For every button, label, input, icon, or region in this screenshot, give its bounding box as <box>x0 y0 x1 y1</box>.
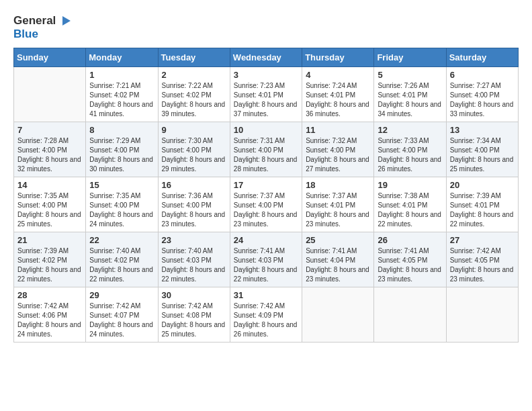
day-cell: 25Sunrise: 7:41 AMSunset: 4:04 PMDayligh… <box>302 232 374 287</box>
day-info: Sunrise: 7:42 AMSunset: 4:09 PMDaylight:… <box>234 302 298 339</box>
day-cell: 11Sunrise: 7:32 AMSunset: 4:00 PMDayligh… <box>302 122 374 177</box>
day-cell: 5Sunrise: 7:26 AMSunset: 4:01 PMDaylight… <box>374 66 446 122</box>
day-cell: 23Sunrise: 7:40 AMSunset: 4:03 PMDayligh… <box>158 232 230 287</box>
day-cell <box>14 66 86 122</box>
day-info: Sunrise: 7:37 AMSunset: 4:01 PMDaylight:… <box>306 191 370 229</box>
day-cell: 6Sunrise: 7:27 AMSunset: 4:00 PMDaylight… <box>446 66 518 122</box>
day-cell: 22Sunrise: 7:40 AMSunset: 4:02 PMDayligh… <box>86 232 158 287</box>
day-number: 22 <box>89 235 154 245</box>
day-info: Sunrise: 7:37 AMSunset: 4:00 PMDaylight:… <box>234 191 298 229</box>
day-cell: 8Sunrise: 7:29 AMSunset: 4:00 PMDaylight… <box>86 122 158 177</box>
day-info: Sunrise: 7:42 AMSunset: 4:05 PMDaylight:… <box>450 246 515 284</box>
day-cell: 10Sunrise: 7:31 AMSunset: 4:00 PMDayligh… <box>230 122 302 177</box>
day-number: 1 <box>89 70 154 80</box>
day-cell: 17Sunrise: 7:37 AMSunset: 4:00 PMDayligh… <box>230 177 302 232</box>
day-info: Sunrise: 7:24 AMSunset: 4:01 PMDaylight:… <box>306 81 370 119</box>
day-number: 31 <box>234 290 298 300</box>
day-number: 13 <box>450 125 515 135</box>
header-sunday: Sunday <box>14 48 86 66</box>
day-info: Sunrise: 7:23 AMSunset: 4:01 PMDaylight:… <box>234 81 298 119</box>
day-number: 30 <box>162 290 226 300</box>
week-row-5: 28Sunrise: 7:42 AMSunset: 4:06 PMDayligh… <box>14 287 519 342</box>
day-cell: 18Sunrise: 7:37 AMSunset: 4:01 PMDayligh… <box>302 177 374 232</box>
day-cell: 24Sunrise: 7:41 AMSunset: 4:03 PMDayligh… <box>230 232 302 287</box>
week-row-2: 7Sunrise: 7:28 AMSunset: 4:00 PMDaylight… <box>14 122 519 177</box>
day-info: Sunrise: 7:42 AMSunset: 4:08 PMDaylight:… <box>162 302 226 339</box>
day-number: 9 <box>162 125 226 135</box>
day-number: 23 <box>162 235 226 245</box>
day-cell: 9Sunrise: 7:30 AMSunset: 4:00 PMDaylight… <box>158 122 230 177</box>
day-info: Sunrise: 7:38 AMSunset: 4:01 PMDaylight:… <box>378 191 442 229</box>
logo: General Blue <box>13 13 72 41</box>
day-info: Sunrise: 7:39 AMSunset: 4:01 PMDaylight:… <box>450 191 515 229</box>
day-cell: 14Sunrise: 7:35 AMSunset: 4:00 PMDayligh… <box>14 177 86 232</box>
day-info: Sunrise: 7:41 AMSunset: 4:05 PMDaylight:… <box>378 246 442 284</box>
day-cell: 31Sunrise: 7:42 AMSunset: 4:09 PMDayligh… <box>230 287 302 342</box>
day-cell: 3Sunrise: 7:23 AMSunset: 4:01 PMDaylight… <box>230 66 302 122</box>
svg-marker-0 <box>62 16 71 26</box>
day-info: Sunrise: 7:41 AMSunset: 4:03 PMDaylight:… <box>234 246 298 284</box>
day-info: Sunrise: 7:35 AMSunset: 4:00 PMDaylight:… <box>89 191 154 229</box>
day-info: Sunrise: 7:42 AMSunset: 4:07 PMDaylight:… <box>89 302 154 339</box>
day-info: Sunrise: 7:27 AMSunset: 4:00 PMDaylight:… <box>450 81 515 119</box>
day-number: 15 <box>89 180 154 190</box>
day-info: Sunrise: 7:41 AMSunset: 4:04 PMDaylight:… <box>306 246 370 284</box>
day-number: 17 <box>234 180 298 190</box>
day-number: 6 <box>450 70 515 80</box>
day-cell: 27Sunrise: 7:42 AMSunset: 4:05 PMDayligh… <box>446 232 518 287</box>
day-number: 12 <box>378 125 442 135</box>
day-cell: 12Sunrise: 7:33 AMSunset: 4:00 PMDayligh… <box>374 122 446 177</box>
day-cell: 20Sunrise: 7:39 AMSunset: 4:01 PMDayligh… <box>446 177 518 232</box>
day-info: Sunrise: 7:21 AMSunset: 4:02 PMDaylight:… <box>89 81 154 119</box>
week-row-4: 21Sunrise: 7:39 AMSunset: 4:02 PMDayligh… <box>14 232 519 287</box>
day-info: Sunrise: 7:31 AMSunset: 4:00 PMDaylight:… <box>234 136 298 174</box>
page-header: General Blue <box>13 13 519 41</box>
day-info: Sunrise: 7:22 AMSunset: 4:02 PMDaylight:… <box>162 81 226 119</box>
day-cell: 30Sunrise: 7:42 AMSunset: 4:08 PMDayligh… <box>158 287 230 342</box>
day-cell <box>374 287 446 342</box>
day-info: Sunrise: 7:29 AMSunset: 4:00 PMDaylight:… <box>89 136 154 174</box>
day-info: Sunrise: 7:40 AMSunset: 4:02 PMDaylight:… <box>89 246 154 284</box>
day-cell: 15Sunrise: 7:35 AMSunset: 4:00 PMDayligh… <box>86 177 158 232</box>
day-cell: 21Sunrise: 7:39 AMSunset: 4:02 PMDayligh… <box>14 232 86 287</box>
day-info: Sunrise: 7:42 AMSunset: 4:06 PMDaylight:… <box>17 302 82 339</box>
day-info: Sunrise: 7:36 AMSunset: 4:00 PMDaylight:… <box>162 191 226 229</box>
day-number: 10 <box>234 125 298 135</box>
day-number: 18 <box>306 180 370 190</box>
day-number: 4 <box>306 70 370 80</box>
calendar-table: SundayMondayTuesdayWednesdayThursdayFrid… <box>13 48 519 342</box>
day-cell: 29Sunrise: 7:42 AMSunset: 4:07 PMDayligh… <box>86 287 158 342</box>
header-saturday: Saturday <box>446 48 518 66</box>
week-row-1: 1Sunrise: 7:21 AMSunset: 4:02 PMDaylight… <box>14 66 519 122</box>
day-info: Sunrise: 7:39 AMSunset: 4:02 PMDaylight:… <box>17 246 82 284</box>
day-number: 11 <box>306 125 370 135</box>
day-number: 2 <box>162 70 226 80</box>
day-cell <box>302 287 374 342</box>
day-number: 14 <box>17 180 82 190</box>
day-number: 20 <box>450 180 515 190</box>
day-number: 16 <box>162 180 226 190</box>
day-info: Sunrise: 7:32 AMSunset: 4:00 PMDaylight:… <box>306 136 370 174</box>
header-tuesday: Tuesday <box>158 48 230 66</box>
week-row-3: 14Sunrise: 7:35 AMSunset: 4:00 PMDayligh… <box>14 177 519 232</box>
header-monday: Monday <box>86 48 158 66</box>
day-number: 27 <box>450 235 515 245</box>
day-cell: 7Sunrise: 7:28 AMSunset: 4:00 PMDaylight… <box>14 122 86 177</box>
day-number: 7 <box>17 125 82 135</box>
calendar-header-row: SundayMondayTuesdayWednesdayThursdayFrid… <box>14 48 519 66</box>
day-number: 26 <box>378 235 442 245</box>
day-number: 5 <box>378 70 442 80</box>
day-cell: 26Sunrise: 7:41 AMSunset: 4:05 PMDayligh… <box>374 232 446 287</box>
logo-arrow-icon <box>57 13 72 28</box>
day-info: Sunrise: 7:30 AMSunset: 4:00 PMDaylight:… <box>162 136 226 174</box>
logo-blue: Blue <box>13 28 72 41</box>
day-number: 21 <box>17 235 82 245</box>
day-info: Sunrise: 7:35 AMSunset: 4:00 PMDaylight:… <box>17 191 82 229</box>
day-cell: 4Sunrise: 7:24 AMSunset: 4:01 PMDaylight… <box>302 66 374 122</box>
day-info: Sunrise: 7:34 AMSunset: 4:00 PMDaylight:… <box>450 136 515 174</box>
logo-general: General <box>13 15 56 28</box>
day-number: 3 <box>234 70 298 80</box>
day-cell <box>446 287 518 342</box>
day-info: Sunrise: 7:40 AMSunset: 4:03 PMDaylight:… <box>162 246 226 284</box>
day-number: 8 <box>89 125 154 135</box>
